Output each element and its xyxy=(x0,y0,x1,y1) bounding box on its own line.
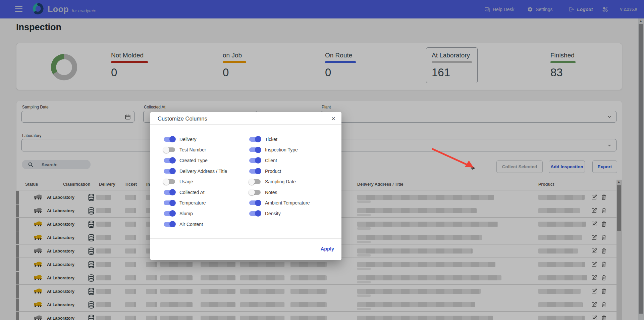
toggle-switch[interactable] xyxy=(164,169,175,174)
toggle-label: Ticket xyxy=(265,137,277,142)
toggle-label: Collected At xyxy=(179,190,205,195)
toggle-column-left: DeliveryTest NumberCreated TypeDelivery … xyxy=(164,134,227,229)
column-toggle-created-type[interactable]: Created Type xyxy=(164,155,227,166)
toggle-switch[interactable] xyxy=(249,169,261,174)
toggle-switch[interactable] xyxy=(164,190,175,195)
toggle-label: Test Number xyxy=(179,147,206,152)
toggle-label: Temperature xyxy=(179,200,206,205)
toggle-label: Usage xyxy=(179,179,193,184)
divider xyxy=(150,124,341,125)
toggle-switch[interactable] xyxy=(164,222,175,227)
toggle-label: Slump xyxy=(179,211,193,216)
toggle-label: Notes xyxy=(265,190,277,195)
column-toggle-usage[interactable]: Usage xyxy=(164,176,227,187)
column-toggle-delivery[interactable]: Delivery xyxy=(164,134,227,145)
column-toggle-temperature[interactable]: Temperature xyxy=(164,198,227,209)
column-toggle-density[interactable]: Density xyxy=(249,208,310,219)
toggle-switch[interactable] xyxy=(164,200,175,205)
column-toggle-delivery-address-title[interactable]: Delivery Address / Title xyxy=(164,166,227,177)
toggle-label: Density xyxy=(265,211,281,216)
column-toggle-ambient-temperature[interactable]: Ambient Temperature xyxy=(249,198,310,209)
toggle-switch[interactable] xyxy=(249,147,261,152)
column-toggle-notes[interactable]: Notes xyxy=(249,187,310,198)
toggle-label: Created Type xyxy=(179,158,208,163)
toggle-switch[interactable] xyxy=(249,158,261,163)
column-toggle-collected-at[interactable]: Collected At xyxy=(164,187,227,198)
toggle-label: Air Content xyxy=(179,222,203,227)
modal-title: Customize Columns xyxy=(158,116,207,122)
toggle-switch[interactable] xyxy=(164,137,175,142)
app-root: Loop for readymix Help Desk Settings Log… xyxy=(0,0,644,320)
column-toggle-client[interactable]: Client xyxy=(249,155,310,166)
toggle-label: Product xyxy=(265,169,281,174)
toggle-switch[interactable] xyxy=(249,137,261,142)
toggle-label: Inspection Type xyxy=(265,147,298,152)
column-toggle-test-number[interactable]: Test Number xyxy=(164,145,227,155)
column-toggle-slump[interactable]: Slump xyxy=(164,208,227,219)
toggle-switch[interactable] xyxy=(249,200,261,205)
toggle-label: Delivery Address / Title xyxy=(179,169,227,174)
apply-button[interactable]: Apply xyxy=(321,246,334,252)
toggle-switch[interactable] xyxy=(249,179,261,184)
column-toggle-inspection-type[interactable]: Inspection Type xyxy=(249,145,310,155)
divider xyxy=(150,238,341,239)
customize-columns-modal: Customize Columns × DeliveryTest NumberC… xyxy=(150,112,341,260)
toggle-column-right: TicketInspection TypeClientProductSampli… xyxy=(249,134,310,219)
column-toggle-sampling-date[interactable]: Sampling Date xyxy=(249,176,310,187)
close-icon[interactable]: × xyxy=(330,113,337,124)
column-toggle-ticket[interactable]: Ticket xyxy=(249,134,310,145)
toggle-label: Ambient Temperature xyxy=(265,200,310,205)
toggle-switch[interactable] xyxy=(164,179,175,184)
toggle-switch[interactable] xyxy=(249,190,261,195)
toggle-label: Sampling Date xyxy=(265,179,296,184)
column-toggle-air-content[interactable]: Air Content xyxy=(164,219,227,230)
toggle-switch[interactable] xyxy=(249,211,261,216)
toggle-label: Client xyxy=(265,158,277,163)
toggle-switch[interactable] xyxy=(164,147,175,152)
toggle-switch[interactable] xyxy=(164,158,175,163)
toggle-switch[interactable] xyxy=(164,211,175,216)
toggle-label: Delivery xyxy=(179,137,197,142)
column-toggle-product[interactable]: Product xyxy=(249,166,310,177)
